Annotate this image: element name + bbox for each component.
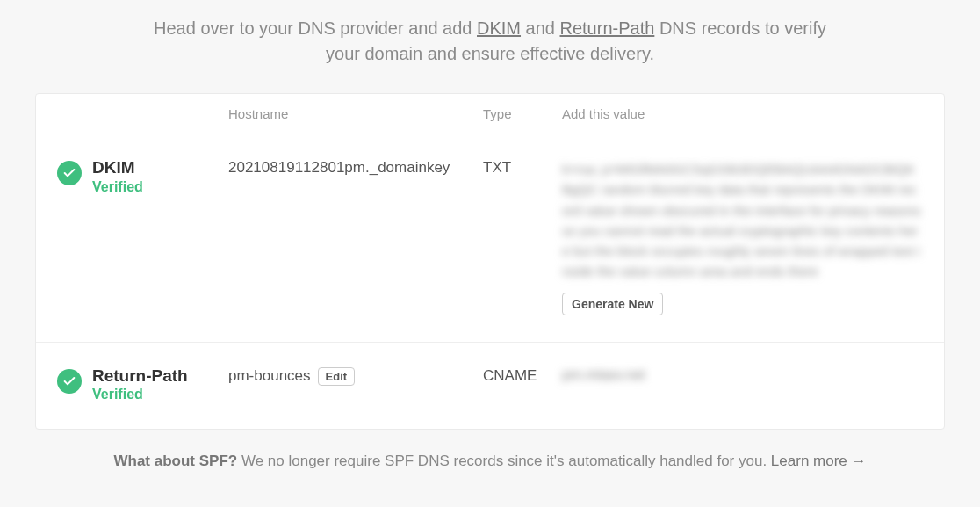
header-value: Add this value [562,106,923,121]
dns-records-card: Hostname Type Add this value DKIM Verifi… [35,93,945,430]
intro-text: Head over to your DNS provider and add D… [104,0,876,93]
intro-mid: and [521,18,559,38]
return-path-type: CNAME [483,367,562,403]
spf-heading: What about SPF? [113,453,237,469]
edit-hostname-button[interactable]: Edit [318,367,356,386]
return-path-value-blurred: pm.mtasv.net [562,367,923,383]
header-hostname: Hostname [228,106,483,121]
header-type: Type [483,106,562,121]
dkim-link[interactable]: DKIM [477,18,521,38]
dkim-status: Verified [92,179,143,195]
dkim-hostname: 20210819112801pm._domainkey [228,159,483,315]
verified-check-icon [57,369,82,394]
spf-footer: What about SPF? We no longer require SPF… [0,430,980,470]
dkim-name: DKIM [92,159,143,177]
verified-check-icon [57,161,82,185]
dkim-value-blurred: k=rsa; p=MIGfMA0GCSqGSIb3DQEBAQUAA4GNADC… [562,159,923,282]
return-path-hostname: pm-bounces [228,367,311,385]
generate-new-button[interactable]: Generate New [562,293,663,315]
dkim-row: DKIM Verified 20210819112801pm._domainke… [36,134,944,343]
return-path-row: Return-Path Verified pm-bounces Edit CNA… [36,343,944,430]
return-path-link[interactable]: Return-Path [560,18,655,38]
return-path-name: Return-Path [92,367,188,386]
table-header: Hostname Type Add this value [36,94,944,134]
learn-more-link[interactable]: Learn more → [771,453,867,469]
spf-text: We no longer require SPF DNS records sin… [237,453,771,469]
dkim-type: TXT [483,159,562,315]
return-path-status: Verified [92,387,188,402]
intro-prefix: Head over to your DNS provider and add [154,18,477,38]
